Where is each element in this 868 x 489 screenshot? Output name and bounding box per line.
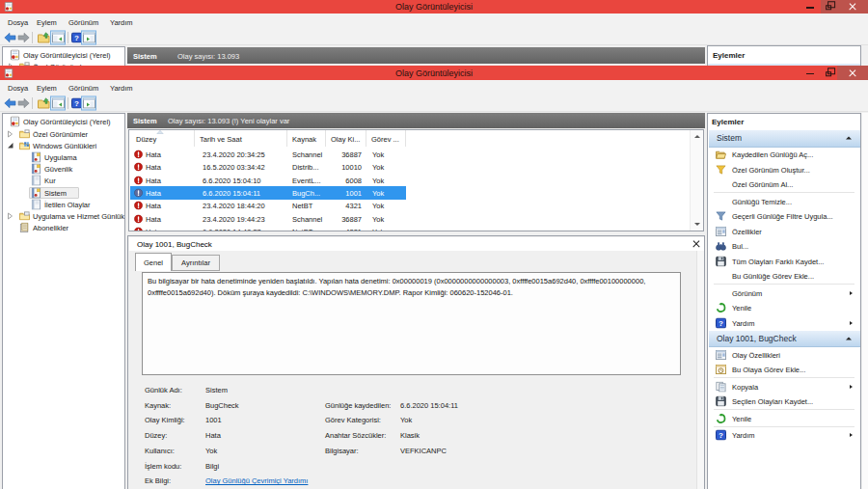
tree-item-label: Özel Görünümler [33, 129, 88, 138]
screen: Olay Görüntüleyicisi DosyaEylemGörünümYa… [0, 0, 868, 489]
chevron-right-icon[interactable] [7, 212, 14, 221]
action-pane-toggle-icon[interactable] [81, 96, 96, 111]
tab-genel[interactable]: Genel [135, 253, 172, 271]
action-olay-ozellikleri[interactable]: Olay Özellikleri [709, 347, 861, 363]
event-row[interactable]: Hata6.6.2020 15:04:11BugCh...1001Yok [130, 186, 704, 199]
back-icon[interactable] [4, 32, 16, 42]
action-ozel-gorunum-al[interactable]: Özel Görünüm Al... [709, 177, 861, 193]
event-description-line: 0xffffe0015a692d40). Döküm şuraya kayded… [148, 288, 513, 297]
event-row[interactable]: Hata6.6.2020 14:48:27NetBT4321Yok [130, 225, 704, 231]
tree-item-guvenlik[interactable]: Güvenlik [3, 163, 124, 175]
action-kopyala[interactable]: Kopyala [709, 379, 861, 394]
menu-gorunum[interactable]: Görünüm [68, 17, 98, 26]
console-tree-toggle-icon[interactable] [50, 30, 66, 44]
action-bu-olaya-gorev-ekle[interactable]: Bu Olaya Görev Ekle... [709, 363, 861, 378]
action-secilen-olaylari-kaydet[interactable]: Seçilen Olayları Kaydet... [709, 394, 861, 410]
action-yenile[interactable]: Yenile [709, 301, 861, 316]
column-header-task[interactable]: Görev ... [366, 130, 406, 147]
menu-dosya[interactable]: Dosya [8, 17, 28, 26]
action-gunlugu-temizle[interactable]: Günlüğü Temizle... [709, 194, 861, 209]
collapse-section-icon[interactable] [846, 337, 852, 340]
preview-close-icon[interactable] [691, 238, 702, 250]
tree-item-label: Uygulama ve Hizmet Günlükleri [33, 212, 125, 221]
cell-level: Hata [146, 202, 161, 210]
menu-yardim[interactable]: Yardım [110, 17, 133, 26]
collapse-section-icon[interactable] [846, 137, 852, 140]
title-bar: Olay Görüntüleyicisi [0, 66, 868, 80]
event-row[interactable]: Hata23.4.2020 19:44:23Schannel36887Yok [130, 212, 704, 225]
action-gorunum[interactable]: Görünüm [709, 285, 861, 301]
tree-item-kur[interactable]: Kur [3, 175, 124, 186]
svg-text:?: ? [719, 319, 723, 328]
minimize-button[interactable] [800, 66, 821, 80]
action-bu-gunluge-gorev-ekle[interactable]: Bu Günlüğe Görev Ekle... [709, 269, 861, 285]
event-row[interactable]: Hata23.4.2020 20:34:25Schannel36887Yok [130, 149, 704, 161]
event-row[interactable]: Hata6.6.2020 15:04:10EventL...6008Yok [130, 174, 704, 186]
cell-datetime: 23.4.2020 19:44:23 [203, 214, 265, 223]
bg-restore-button[interactable] [821, 0, 837, 14]
menu-gorunum[interactable]: Görünüm [68, 84, 98, 93]
forward-icon[interactable] [17, 98, 30, 109]
restore-button[interactable] [821, 66, 837, 80]
forward-icon[interactable] [17, 32, 30, 42]
action-kaydedilen-gunlugu-ac[interactable]: Kaydedilen Günlüğü Aç... [709, 148, 861, 163]
online-help-link[interactable]: Olay Günlüğü Çevrimiçi Yardımı [205, 476, 308, 485]
action-yenile[interactable]: Yenile [709, 411, 861, 426]
table-vertical-scrollbar[interactable] [690, 130, 703, 231]
event-viewer-icon [10, 117, 20, 127]
scroll-down-button[interactable] [691, 218, 703, 231]
copy-icon [716, 381, 726, 392]
menu-eylem[interactable]: Eylem [37, 17, 57, 26]
toolbar-separator [68, 32, 68, 43]
event-row[interactable]: Hata16.5.2020 03:34:42Distrib...10010Yok [130, 161, 704, 174]
column-header-datetime[interactable]: Tarih ve Saat [195, 130, 287, 147]
submenu-arrow-icon [850, 291, 853, 295]
scroll-up-button[interactable] [691, 130, 703, 143]
cell-level: Hata [146, 214, 161, 223]
back-icon[interactable] [4, 98, 16, 109]
export-folder-icon[interactable] [38, 32, 50, 43]
actions-section-header[interactable]: Olay 1001, BugCheck [709, 331, 861, 348]
column-header-level[interactable]: Düzey [131, 130, 195, 147]
tree-item-windows-gunlukleri[interactable]: Windows Günlükleri [3, 140, 124, 151]
tab-ayrintilar[interactable]: Ayrıntılar [172, 255, 220, 271]
action-yardim[interactable]: ?Yardım [709, 428, 861, 444]
bg-tree-root[interactable]: Olay Görüntüleyicisi (Yerel) [23, 51, 111, 60]
column-header-source[interactable]: Kaynak [287, 130, 326, 147]
action-pane-toggle-icon[interactable] [81, 30, 96, 44]
action-label: Görünüm [732, 288, 762, 297]
tree-item-abonelikler[interactable]: Abonelikler [3, 222, 124, 233]
event-row[interactable]: Hata23.4.2020 18:44:20NetBT4321Yok [130, 200, 704, 212]
tree-item-iletilen-olaylar[interactable]: İletilen Olaylar [3, 199, 124, 210]
chevron-expanded-icon[interactable] [7, 141, 14, 149]
list-header: Sistem Olay sayısı: 13.093 (!) Yeni olay… [127, 113, 705, 128]
column-header-event_id[interactable]: Olay Ki... [326, 130, 366, 147]
export-folder-icon[interactable] [38, 97, 50, 109]
tree-item-olay-goruntuleyicisi-yerel[interactable]: Olay Görüntüleyicisi (Yerel) [3, 116, 124, 127]
action-ozel-gorunum-olustur[interactable]: Özel Görünüm Oluştur... [709, 162, 861, 177]
field-value: Yok [400, 416, 412, 424]
tree-item-ozel-gorunumler[interactable]: Özel Görünümler [3, 128, 124, 140]
chevron-right-icon[interactable] [7, 129, 14, 138]
menu-dosya[interactable]: Dosya [8, 84, 28, 93]
preview-scroll-strip[interactable] [696, 251, 705, 489]
menu-yardim[interactable]: Yardım [110, 84, 133, 93]
action-bul[interactable]: Bul... [709, 239, 861, 255]
event-description-box[interactable]: Bu bilgisayar bir hata denetiminde yenid… [142, 272, 681, 375]
column-header-label: Olay Ki... [331, 134, 360, 143]
action-gecerli-gunluge-filtre-uygula[interactable]: Geçerli Günlüğe Filtre Uygula... [709, 209, 861, 225]
action-yardim[interactable]: ?Yardım [709, 315, 861, 331]
field-value: 6.6.2020 15:04:11 [400, 401, 458, 410]
actions-section-header[interactable]: Sistem [709, 130, 861, 148]
action-tum-olaylari-farkli-kaydet[interactable]: Tüm Olayları Farklı Kaydet... [709, 254, 861, 269]
tree-item-uygulama-ve-hizmet-gunlukleri[interactable]: Uygulama ve Hizmet Günlükleri [3, 210, 124, 222]
action-ozellikler[interactable]: Özellikler [709, 224, 861, 239]
close-button[interactable] [837, 66, 868, 80]
field-value: BugCheck [205, 401, 239, 410]
menu-eylem[interactable]: Eylem [37, 84, 57, 93]
bg-minimize-button[interactable] [800, 0, 821, 14]
tree-item-uygulama[interactable]: Uygulama [3, 151, 124, 163]
console-tree-toggle-icon[interactable] [50, 96, 66, 111]
tree-item-sistem[interactable]: Sistem [3, 187, 124, 199]
bg-close-button[interactable] [837, 0, 868, 14]
